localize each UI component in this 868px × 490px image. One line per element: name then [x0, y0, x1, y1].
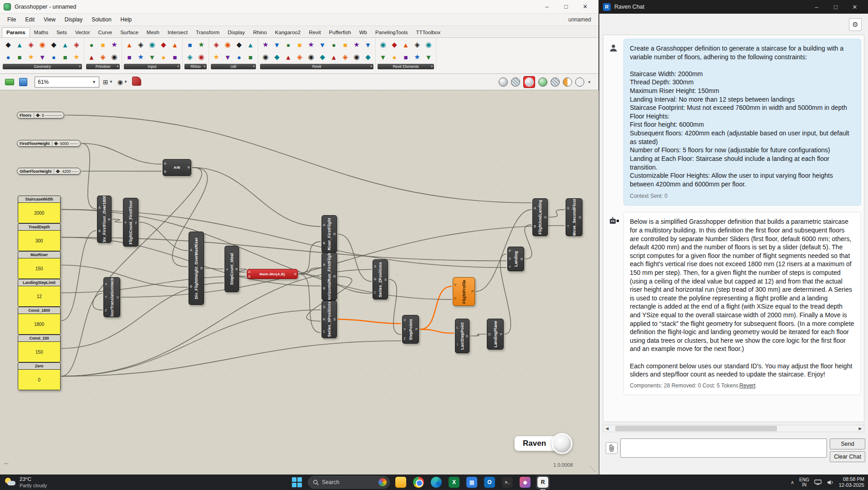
port-in-x[interactable]: X: [403, 319, 407, 322]
panel-zero[interactable]: Zero0: [18, 362, 61, 390]
revit-icon-14[interactable]: ■: [340, 39, 351, 50]
port-in-a[interactable]: A: [189, 248, 193, 252]
component-flightprofile[interactable]: VCFlightProfileP: [453, 277, 475, 306]
revit-icon-13[interactable]: ▲: [328, 52, 339, 62]
slider-track[interactable]: 5: [34, 113, 64, 118]
port-in-v[interactable]: V: [453, 283, 457, 286]
preview-eye-icon[interactable]: ◉: [117, 78, 123, 86]
port-in-a[interactable]: A: [533, 206, 537, 210]
port-in-i[interactable]: i: [455, 343, 460, 346]
geometry-icon-9[interactable]: ●: [48, 52, 59, 62]
input-icon-9[interactable]: ■: [169, 52, 180, 62]
port-in-s[interactable]: S: [373, 265, 377, 268]
revit-elements-icon-8[interactable]: ◉: [423, 39, 434, 50]
port-in-c[interactable]: C: [322, 330, 326, 333]
chat-message-input[interactable]: [620, 438, 827, 458]
outlook-taskbar-icon[interactable]: O: [483, 475, 496, 489]
panel-landingsteplimit[interactable]: LandingStepLimit12: [18, 279, 61, 307]
revit-icon-7[interactable]: ◈: [294, 52, 305, 62]
component-laststeppoint[interactable]: LiLastStepPointE: [455, 319, 470, 353]
component-horizontalrun-firstflight[interactable]: ABHorizontalRun_FirstFlightR: [322, 253, 337, 300]
port-in-o[interactable]: O: [487, 333, 491, 336]
port-in-s[interactable]: S: [322, 305, 326, 309]
component-flightcount-firstfloor[interactable]: xFlightCount_FirstFloory: [123, 198, 138, 247]
port-in-b[interactable]: B: [247, 275, 251, 278]
port-out-r[interactable]: R: [199, 267, 204, 270]
tab-kangaroo2[interactable]: Kangaroo2: [271, 28, 305, 37]
primitive-icon-0[interactable]: ●: [86, 39, 97, 50]
geometry-icon-8[interactable]: ◆: [48, 39, 59, 50]
input-icon-7[interactable]: ●: [158, 52, 169, 62]
slider-track[interactable]: 6000: [52, 141, 80, 146]
port-in-x[interactable]: X: [104, 283, 108, 286]
port-in-y[interactable]: Y: [104, 295, 108, 299]
component-steppoints[interactable]: XYZStepPointsP: [402, 315, 419, 344]
zoom-extents-icon[interactable]: ⊞: [103, 78, 108, 86]
store-taskbar-icon[interactable]: ▦: [465, 475, 479, 489]
slider-otherfloorheight[interactable]: OtherFloorHeight4200: [17, 168, 81, 175]
revit-icon-0[interactable]: ★: [260, 39, 271, 50]
tab-curve[interactable]: Curve: [94, 28, 117, 37]
tray-overflow-chevron-icon[interactable]: ∧: [791, 480, 794, 485]
preview-shaded-icon[interactable]: [499, 77, 508, 87]
tab-display[interactable]: Display: [224, 28, 249, 37]
file-explorer-taskbar-icon[interactable]: [394, 475, 408, 489]
revert-link[interactable]: Revert: [740, 382, 756, 389]
rhino-icon-3[interactable]: ◉: [196, 52, 207, 62]
tab-surface[interactable]: Surface: [116, 28, 143, 37]
panel-const-150[interactable]: Const_150150: [18, 335, 61, 362]
panel-staircasewidth[interactable]: StaircaseWidth2000: [18, 196, 61, 223]
port-out-g[interactable]: G: [543, 216, 547, 219]
util-icon-2[interactable]: ◉: [222, 39, 233, 50]
volume-icon[interactable]: [827, 480, 834, 485]
chevron-down-icon[interactable]: ▾: [177, 65, 179, 68]
port-in-g[interactable]: G: [566, 206, 570, 210]
chevron-down-icon[interactable]: ▾: [204, 65, 205, 68]
menu-help[interactable]: Help: [116, 15, 137, 25]
geometry-icon-12[interactable]: ◈: [71, 39, 82, 50]
menu-solution[interactable]: Solution: [87, 15, 116, 25]
port-in-n[interactable]: N: [373, 278, 377, 281]
settings-gear-icon[interactable]: ⚙: [849, 18, 862, 31]
port-out-s[interactable]: S: [332, 318, 337, 321]
input-icon-3[interactable]: ★: [135, 52, 146, 62]
raven-plugin-logo[interactable]: Raven: [515, 433, 572, 454]
grasshopper-canvas[interactable]: Raven 1.0.0008 ... ⋱ Floors5FirstFloorHe…: [0, 90, 599, 475]
input-icon-5[interactable]: ▼: [147, 52, 158, 62]
port-in-z[interactable]: Z: [403, 337, 407, 340]
menu-display[interactable]: Display: [60, 15, 87, 25]
chevron-down-icon[interactable]: ▾: [431, 65, 433, 68]
primitive-icon-3[interactable]: ◈: [97, 52, 108, 62]
geometry-icon-13[interactable]: ★: [71, 52, 82, 62]
port-in-y[interactable]: Y: [403, 328, 407, 331]
revit-elements-icon-3[interactable]: ●: [389, 52, 400, 62]
attach-file-button[interactable]: [606, 442, 618, 454]
port-out-r[interactable]: R: [332, 275, 337, 278]
tab-params[interactable]: Params: [2, 27, 30, 37]
chevron-down-icon[interactable]: ▾: [117, 65, 118, 68]
util-icon-0[interactable]: ◈: [211, 39, 222, 50]
geometry-icon-1[interactable]: ●: [3, 52, 14, 62]
component-stepcount-ideal[interactable]: xStepCount_IdealN: [225, 246, 239, 292]
port-in-b[interactable]: B: [163, 170, 167, 173]
taskbar-weather-widget[interactable]: 23°C Partly cloudy: [0, 476, 51, 488]
revit-elements-icon-6[interactable]: ◈: [412, 39, 423, 50]
port-in-y[interactable]: Y: [508, 265, 512, 268]
revit-icon-8[interactable]: ★: [306, 39, 317, 50]
preview-settings-icon[interactable]: [575, 77, 584, 87]
close-button[interactable]: ✕: [845, 0, 864, 13]
component-floortranslationvector[interactable]: XYZFloorTranslationVectorV: [103, 277, 120, 317]
port-in-c[interactable]: C: [453, 297, 457, 300]
component-div-firstfloor-over1800[interactable]: ABDiv_FirstFloor_Over1800R: [97, 196, 112, 243]
menu-file[interactable]: File: [3, 15, 20, 25]
slider-track[interactable]: 4200: [54, 169, 80, 174]
component-landingplane[interactable]: OLandingPlaneP: [487, 319, 504, 350]
chevron-down-icon[interactable]: ▾: [79, 65, 81, 68]
revit-icon-15[interactable]: ◈: [340, 52, 351, 62]
slider-firstfloorheight[interactable]: FirstFloorHeight6000: [17, 140, 81, 147]
port-in-b[interactable]: B: [322, 287, 326, 290]
util-icon-7[interactable]: ■: [245, 52, 256, 62]
input-icon-2[interactable]: ◈: [135, 39, 146, 50]
port-out-g[interactable]: G: [578, 216, 582, 219]
chevron-down-icon[interactable]: ▼: [109, 80, 113, 84]
